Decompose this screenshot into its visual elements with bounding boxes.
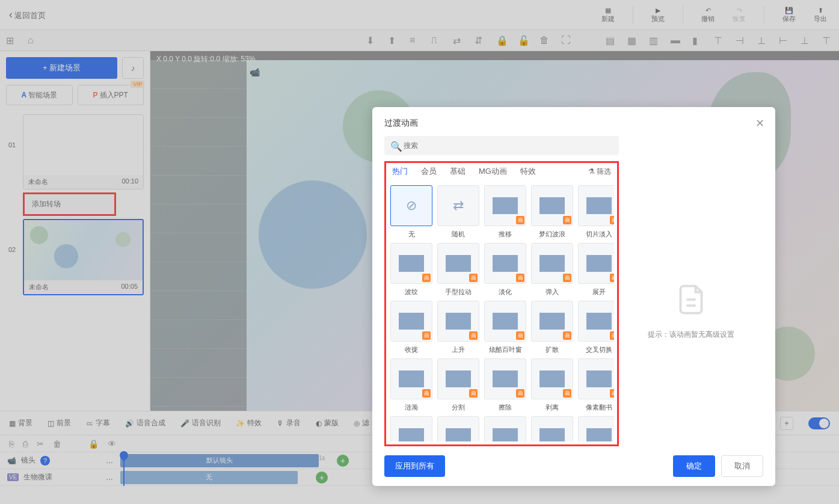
animation-item[interactable]: 商像素翻书 — [578, 358, 614, 412]
animation-label: 淡化 — [484, 287, 526, 297]
animation-label: 波纹 — [390, 287, 432, 297]
animation-label: 像素翻书 — [578, 403, 614, 412]
commercial-badge: 商 — [422, 389, 431, 398]
animation-item[interactable]: 商交叉切换 — [578, 301, 614, 354]
animation-item[interactable] — [578, 416, 614, 441]
animation-label: 分割 — [437, 403, 479, 412]
animation-label: 推移 — [484, 230, 526, 239]
animation-item[interactable]: 商擦除 — [484, 358, 526, 412]
animation-label: 交叉切换 — [578, 345, 614, 354]
tab-hot[interactable]: 热门 — [392, 166, 408, 177]
commercial-badge: 商 — [516, 389, 524, 398]
animation-item[interactable]: 商推移 — [484, 185, 526, 239]
tab-mg[interactable]: MG动画 — [479, 166, 507, 177]
filter-button[interactable]: ⚗筛选 — [588, 167, 611, 177]
animation-label: 收拢 — [390, 345, 432, 354]
animation-label: 上升 — [437, 345, 479, 354]
animation-label: 炫酷百叶窗 — [484, 345, 526, 354]
animation-item[interactable]: 商弹入 — [531, 243, 573, 297]
animation-item[interactable]: 商淡化 — [484, 243, 526, 297]
animation-item[interactable]: 商炫酷百叶窗 — [484, 301, 526, 354]
commercial-badge: 商 — [469, 389, 478, 398]
animation-item[interactable] — [437, 416, 479, 441]
animation-item[interactable]: ⇄随机 — [437, 185, 479, 239]
animation-item[interactable]: 商分割 — [437, 358, 479, 412]
animation-item[interactable]: 商收拢 — [390, 301, 432, 354]
animation-label: 弹入 — [531, 287, 573, 297]
animation-item[interactable]: 商涟漪 — [390, 358, 432, 412]
commercial-badge: 商 — [516, 274, 524, 282]
search-input[interactable] — [384, 136, 619, 155]
animation-label: 擦除 — [484, 403, 526, 412]
commercial-badge: 商 — [610, 389, 614, 398]
commercial-badge: 商 — [563, 216, 571, 224]
search-icon: 🔍 — [390, 141, 402, 152]
filter-icon: ⚗ — [588, 167, 595, 176]
animation-label: 随机 — [437, 230, 479, 239]
commercial-badge: 商 — [516, 331, 524, 340]
commercial-badge: 商 — [610, 274, 614, 282]
tab-fx[interactable]: 特效 — [520, 166, 536, 177]
animation-label: 扩散 — [531, 345, 573, 354]
tab-member[interactable]: 会员 — [421, 166, 437, 177]
commercial-badge: 商 — [563, 389, 571, 398]
animation-item[interactable]: ⊘无 — [390, 185, 432, 239]
animation-item[interactable] — [484, 416, 526, 441]
apply-all-button[interactable]: 应用到所有 — [384, 455, 445, 477]
commercial-badge: 商 — [516, 216, 524, 224]
document-icon — [673, 281, 709, 318]
tab-basic[interactable]: 基础 — [450, 166, 466, 177]
animation-item[interactable] — [531, 416, 573, 441]
animation-item[interactable]: 商切片淡入 — [578, 185, 614, 239]
animation-item[interactable]: 商手型拉动 — [437, 243, 479, 297]
animation-item[interactable]: 商梦幻波浪 — [531, 185, 573, 239]
ok-button[interactable]: 确定 — [673, 455, 715, 477]
commercial-badge: 商 — [469, 274, 478, 282]
animation-label: 切片淡入 — [578, 230, 614, 239]
commercial-badge: 商 — [610, 216, 614, 224]
commercial-badge: 商 — [610, 331, 614, 340]
transition-modal: ✕ 过渡动画 🔍 热门 会员 基础 MG动画 特效 ⚗筛选 ⊘无⇄随机商推移商梦… — [372, 107, 775, 486]
animation-item[interactable]: 商扩散 — [531, 301, 573, 354]
animation-item[interactable]: 商波纹 — [390, 243, 432, 297]
cancel-button[interactable]: 取消 — [721, 455, 763, 477]
hint-text: 提示：该动画暂无高级设置 — [648, 330, 734, 340]
animation-item[interactable]: 商展开 — [578, 243, 614, 297]
animation-label: 无 — [390, 230, 432, 239]
animation-label: 展开 — [578, 287, 614, 297]
animation-item[interactable]: 商上升 — [437, 301, 479, 354]
close-button[interactable]: ✕ — [755, 117, 764, 130]
animation-label: 手型拉动 — [437, 287, 479, 297]
animation-label: 剥离 — [531, 403, 573, 412]
animation-label: 涟漪 — [390, 403, 432, 412]
commercial-badge: 商 — [422, 331, 431, 340]
animation-item[interactable]: 商剥离 — [531, 358, 573, 412]
modal-title: 过渡动画 — [372, 107, 775, 136]
commercial-badge: 商 — [422, 274, 431, 282]
commercial-badge: 商 — [469, 331, 478, 340]
animation-label: 梦幻波浪 — [531, 230, 573, 239]
commercial-badge: 商 — [563, 274, 571, 282]
animation-item[interactable] — [390, 416, 432, 441]
commercial-badge: 商 — [563, 331, 571, 340]
